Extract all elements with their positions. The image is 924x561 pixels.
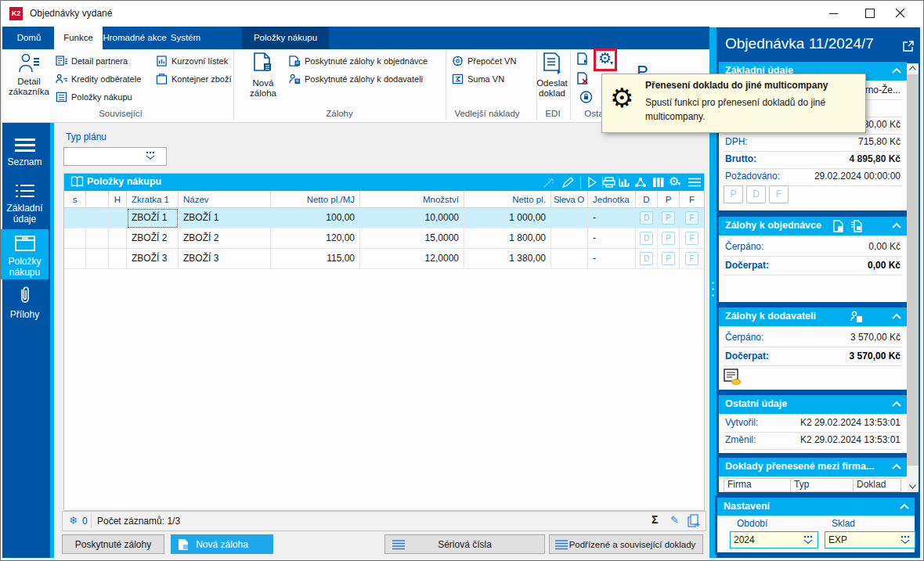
collapse-icon[interactable]: [892, 401, 901, 407]
cell-netto-mj[interactable]: 120,00: [271, 228, 360, 249]
doc-forward-button[interactable]: [576, 52, 590, 65]
flag-d-button[interactable]: D: [640, 211, 653, 225]
freeze-icon[interactable]: ❄: [69, 514, 78, 527]
poskytnute-zalohy-objednavka-button[interactable]: Poskytnuté zálohy k objednávce: [289, 54, 428, 68]
section-header[interactable]: Zálohy k dodavateli: [719, 307, 907, 326]
table-row-2[interactable]: ZBOŽÍ 2 ZBOŽÍ 2 120,00 15,0000 1 800,00 …: [64, 228, 704, 249]
flag-f-button[interactable]: F: [685, 252, 698, 265]
poskytnute-zalohy-dodavatel-button[interactable]: Poskytnuté zálohy k dodavateli: [289, 72, 423, 86]
edit-icon[interactable]: [562, 177, 575, 188]
supplier-advance-icon[interactable]: [850, 311, 863, 323]
doklady-col-doklad[interactable]: Doklad: [853, 478, 901, 492]
detail-partnera-button[interactable]: Detail partnera: [56, 54, 128, 68]
tab-hromadne-akce[interactable]: Hromadné akce: [103, 27, 167, 49]
advance-doc-icon[interactable]: [832, 220, 844, 232]
sidebar-item-prilohy[interactable]: Přílohy: [1, 281, 49, 326]
collapse-icon[interactable]: [900, 503, 909, 509]
hamburger-icon[interactable]: [688, 177, 702, 188]
section-header[interactable]: Ostatní údaje: [719, 395, 907, 414]
cell-netto-mj[interactable]: 100,00: [271, 208, 360, 228]
col-header-mnozstvi[interactable]: Množství: [360, 191, 464, 208]
flag-p-button[interactable]: P: [724, 185, 743, 203]
prepocet-vn-button[interactable]: Přepočet VN: [452, 54, 516, 68]
cell-zkratka[interactable]: ZBOŽÍ 1: [127, 208, 179, 228]
flag-p-button[interactable]: P: [662, 232, 675, 245]
suma-vn-button[interactable]: Suma VN: [452, 72, 504, 86]
col-header-netto[interactable]: Netto pl.: [464, 191, 551, 208]
print-icon[interactable]: [603, 177, 615, 188]
section-header[interactable]: Doklady přenesené mezi firma...: [719, 458, 907, 476]
kredity-odberatele-button[interactable]: Kredity odběratele: [56, 72, 141, 86]
flag-p-button[interactable]: P: [662, 211, 675, 225]
collapse-icon[interactable]: [892, 463, 901, 469]
tab-funkce[interactable]: Funkce: [54, 27, 103, 49]
col-header-s[interactable]: s: [64, 191, 86, 208]
copy-add-icon[interactable]: [688, 514, 702, 527]
cell-zkratka[interactable]: ZBOŽÍ 2: [127, 228, 179, 249]
table-settings-gear-icon[interactable]: ⚙▾: [669, 174, 682, 189]
collapse-icon[interactable]: [892, 222, 901, 228]
columns-icon[interactable]: [652, 177, 665, 188]
poskytnute-zalohy-button[interactable]: Poskytnuté zálohy: [62, 534, 164, 554]
sidebar-item-zakladni-udaje[interactable]: Základníúdaje: [1, 178, 49, 228]
cell-netto[interactable]: 1 800,00: [464, 228, 551, 249]
doklady-col-firma[interactable]: Firma: [724, 478, 790, 492]
cell-netto[interactable]: 1 380,00: [464, 249, 551, 269]
col-header-h[interactable]: H: [109, 191, 127, 208]
cell-netto-mj[interactable]: 115,00: [271, 249, 360, 269]
panel-scrollbar[interactable]: [907, 63, 919, 492]
cell-nazev[interactable]: ZBOŽÍ 1: [179, 208, 271, 228]
maximize-button[interactable]: [857, 1, 881, 25]
flag-d-button[interactable]: D: [640, 232, 653, 245]
sidebar-item-seznam[interactable]: Seznam: [1, 128, 49, 174]
nova-zaloha-bottom-button[interactable]: Nová záloha: [171, 534, 273, 554]
cell-mnozstvi[interactable]: 12,0000: [360, 249, 464, 269]
table-row-3[interactable]: ZBOŽÍ 3 ZBOŽÍ 3 115,00 12,0000 1 380,00 …: [64, 249, 704, 269]
tab-system[interactable]: Systém: [167, 27, 204, 49]
cell-nazev[interactable]: ZBOŽÍ 3: [179, 249, 271, 269]
obdobi-dropdown[interactable]: 2024: [730, 531, 818, 548]
col-header-netto-mj[interactable]: Netto pl./MJ: [271, 191, 360, 208]
tab-domu[interactable]: Domů: [9, 27, 49, 49]
cell-netto[interactable]: 1 000,00: [464, 208, 551, 228]
cell-jednotka[interactable]: -: [588, 228, 636, 249]
col-header-f[interactable]: F: [680, 191, 704, 208]
col-header-sleva[interactable]: Sleva O: [551, 191, 588, 208]
sklad-dropdown[interactable]: EXP: [825, 531, 915, 548]
col-header-p[interactable]: P: [658, 191, 680, 208]
scroll-up-icon[interactable]: [909, 66, 916, 70]
seriova-cisla-button[interactable]: Sériová čísla: [384, 534, 545, 554]
doklady-col-typ[interactable]: Typ: [790, 478, 853, 492]
kontejner-zbozi-button[interactable]: Kontejner zboží: [156, 72, 231, 86]
detail-zakaznika-button[interactable]: Detailzákazníka: [7, 51, 51, 107]
col-header-d[interactable]: D: [636, 191, 658, 208]
col-header-nazev[interactable]: Název: [179, 191, 271, 208]
col-header-zkratka[interactable]: Zkratka 1: [127, 191, 179, 208]
invoice-coin-icon[interactable]: [724, 369, 742, 386]
cell-zkratka[interactable]: ZBOŽÍ 3: [127, 249, 179, 269]
cell-mnozstvi[interactable]: 15,0000: [360, 228, 464, 249]
open-external-icon[interactable]: [902, 40, 915, 52]
close-button[interactable]: [888, 1, 911, 25]
links-icon[interactable]: [634, 177, 647, 188]
flag-p-button[interactable]: P: [662, 252, 675, 265]
flag-d-button[interactable]: D: [640, 252, 653, 265]
sum-icon[interactable]: Σ: [651, 513, 658, 526]
typ-planu-dropdown[interactable]: [63, 147, 167, 166]
collapse-icon[interactable]: [892, 313, 901, 319]
table-row-1[interactable]: ZBOŽÍ 1 ZBOŽÍ 1 100,00 10,0000 1 000,00 …: [64, 208, 704, 228]
advance-docs-icon[interactable]: [850, 220, 862, 232]
section-header[interactable]: Zálohy k objednávce: [719, 217, 907, 236]
run-icon[interactable]: [587, 177, 597, 188]
collapse-icon[interactable]: [892, 67, 901, 74]
chart-icon[interactable]: [618, 177, 630, 188]
flag-f-button[interactable]: F: [685, 232, 698, 245]
podrizene-doklady-button[interactable]: Podřízené a související doklady: [549, 534, 703, 554]
odeslat-doklad-button[interactable]: Odeslatdoklad: [534, 51, 570, 107]
col-header-jednotka[interactable]: Jednotka: [588, 191, 636, 208]
flag-f-button[interactable]: F: [685, 211, 698, 225]
kurzovni-listek-button[interactable]: Kurzovní lístek: [156, 54, 228, 68]
section-header[interactable]: Nastavení: [717, 498, 915, 516]
edit-pencil-icon[interactable]: ✎: [670, 514, 679, 526]
wand-icon[interactable]: [543, 178, 555, 188]
